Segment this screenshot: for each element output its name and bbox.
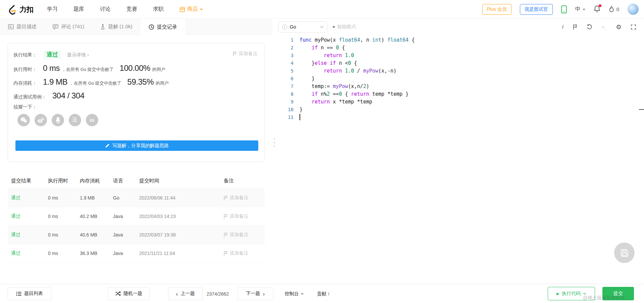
random-question-button[interactable]: 随机一题 xyxy=(108,287,150,300)
brag-row: 炫耀一下： xyxy=(13,104,259,110)
chevron-down-icon xyxy=(320,26,324,28)
editor-info-icon[interactable]: i xyxy=(562,24,564,30)
col-header-time: 提交时间 xyxy=(139,178,224,184)
nav-item-contest[interactable]: 竞赛 xyxy=(126,6,137,13)
submissions-table: 提交结果 执行用时 内存消耗 语言 提交时间 备注 通过 0 ms 1.9 MB… xyxy=(8,173,265,263)
tab-solutions[interactable]: 题解 (1.0k) xyxy=(92,19,141,35)
nav-item-store[interactable]: 商店 xyxy=(179,6,203,13)
plus-member-button[interactable]: Plus 会员 xyxy=(482,4,512,15)
nav-item-learn[interactable]: 学习 xyxy=(47,6,58,13)
add-note-action[interactable]: 添加备注 xyxy=(233,51,258,57)
row-status-link[interactable]: 通过 xyxy=(11,195,48,201)
row-runtime: 0 ms xyxy=(48,214,80,219)
tab-submissions[interactable]: 提交记录 xyxy=(141,19,185,35)
row-status-link[interactable]: 通过 xyxy=(11,213,48,219)
interviewer-button[interactable]: 我是面试官 xyxy=(520,4,553,15)
col-header-language: 语言 xyxy=(113,178,139,184)
wechat-icon[interactable] xyxy=(17,114,30,126)
language-switcher[interactable]: 中 xyxy=(575,6,585,13)
submit-button[interactable]: 提交 xyxy=(602,287,634,300)
tab-comments[interactable]: 评论 (741) xyxy=(45,19,92,35)
code-line[interactable]: 2 if n == 0 { xyxy=(276,44,644,51)
fullscreen-icon[interactable] xyxy=(631,25,636,30)
row-time: 2021/11/21 11:04 xyxy=(139,251,224,256)
code-line[interactable]: 8 if n%2 ==0 { return temp *temp } xyxy=(276,90,644,98)
smart-mode-indicator[interactable]: 智能模式 xyxy=(333,24,356,30)
reset-code-icon[interactable] xyxy=(587,24,592,30)
language-select[interactable]: i Go xyxy=(278,21,327,33)
line-number: 8 xyxy=(276,91,293,97)
brand-name: 力扣 xyxy=(19,5,34,14)
nav-item-jobs[interactable]: 求职 xyxy=(153,6,164,13)
linkedin-icon[interactable]: in xyxy=(86,114,98,126)
code-line[interactable]: 7 temp:= myPow(x,n/2) xyxy=(276,82,644,90)
douban-icon[interactable]: 豆 xyxy=(69,114,81,126)
line-number: 9 xyxy=(276,99,293,104)
code-line[interactable]: 4 }else if n <0 { xyxy=(276,59,644,67)
scrollbar-cursor-mark[interactable] xyxy=(639,109,644,110)
brag-label: 炫耀一下： xyxy=(13,104,37,110)
run-code-button[interactable]: ▶ 执行代码 xyxy=(548,287,595,300)
code-line[interactable]: 9 return x *temp *temp xyxy=(276,98,644,105)
code-line[interactable]: 5 return 1.0 / myPow(x,-n) xyxy=(276,67,644,75)
runtime-label: 执行用时： xyxy=(13,67,37,73)
code-line[interactable]: 6 } xyxy=(276,75,644,82)
submission-row[interactable]: 通过 0 ms 40.6 MB Java 2022/03/07 19:38 添加… xyxy=(8,226,265,244)
weibo-icon[interactable] xyxy=(35,114,47,126)
code-editor-panel: i Go 智能模式 i >_ ⚙ 1func myPow(x float xyxy=(276,19,644,284)
row-status-link[interactable]: 通过 xyxy=(11,232,48,238)
next-question-button[interactable]: 下一题 › xyxy=(237,287,273,300)
console-toggle[interactable]: 控制台 xyxy=(285,284,304,303)
mobile-app-icon[interactable] xyxy=(561,5,567,13)
settings-gear-icon[interactable]: ⚙ xyxy=(616,23,622,31)
notifications-bell[interactable] xyxy=(594,5,600,14)
table-header: 提交结果 执行用时 内存消耗 语言 提交时间 备注 xyxy=(8,173,265,189)
row-add-note[interactable]: 添加备注 xyxy=(224,250,265,256)
code-line[interactable]: 10} xyxy=(276,105,644,113)
submission-row[interactable]: 通过 0 ms 40.2 MB Java 2022/04/03 14:23 添加… xyxy=(8,207,265,226)
code-line[interactable]: 3 return 1.0 xyxy=(276,51,644,59)
row-language: Go xyxy=(113,195,139,201)
write-solution-button[interactable]: 写题解，分享我的解题思路 xyxy=(15,140,258,151)
row-add-note[interactable]: 添加备注 xyxy=(224,213,265,219)
row-add-note[interactable]: 添加备注 xyxy=(224,232,265,238)
line-number: 10 xyxy=(276,107,293,112)
memory-beat-value: 59.35% xyxy=(127,77,154,87)
runtime-beat-suffix: 的用户 xyxy=(152,67,165,73)
leetcode-logo[interactable]: 力扣 xyxy=(7,4,34,15)
memory-value: 1.9 MB xyxy=(43,77,67,87)
runtime-beat-prefix: ，在所有 Go 提交中击败了 xyxy=(62,67,114,73)
contribute-link[interactable]: 贡献 i xyxy=(317,284,329,303)
code-line[interactable]: 11 xyxy=(276,113,644,121)
streak-counter[interactable]: 0 xyxy=(609,6,619,13)
code-line[interactable]: 1func myPow(x float64, n int) float64 { xyxy=(276,36,644,44)
flag-icon xyxy=(224,232,228,237)
save-floating-button[interactable] xyxy=(614,243,635,263)
user-avatar[interactable] xyxy=(628,4,639,15)
code-area[interactable]: 1func myPow(x float64, n int) float64 {2… xyxy=(276,35,644,121)
row-add-note[interactable]: 添加备注 xyxy=(224,195,265,201)
qq-icon[interactable] xyxy=(52,114,64,126)
terminal-icon[interactable]: >_ xyxy=(602,25,606,30)
line-number: 4 xyxy=(276,60,293,66)
flag-icon xyxy=(224,196,228,201)
panel-resize-handle[interactable] xyxy=(272,19,276,284)
editor-flag-icon[interactable] xyxy=(573,24,577,30)
result-status[interactable]: 通过 xyxy=(44,50,61,59)
nav-item-problems[interactable]: 题库 xyxy=(73,6,84,13)
line-number: 2 xyxy=(276,45,293,50)
row-status-link[interactable]: 通过 xyxy=(11,250,48,256)
prev-question-button[interactable]: ‹ 上一题 xyxy=(168,287,203,300)
submission-row[interactable]: 通过 0 ms 1.9 MB Go 2022/06/06 11:44 添加备注 xyxy=(8,189,265,207)
nav-item-discuss[interactable]: 讨论 xyxy=(100,6,111,13)
problem-list-button[interactable]: 题目列表 xyxy=(8,287,51,300)
save-disk-icon xyxy=(620,249,629,257)
row-memory: 1.9 MB xyxy=(80,195,113,201)
lang-dropdown-arrow-icon xyxy=(583,9,585,10)
selected-language: Go xyxy=(290,24,296,30)
tab-description[interactable]: 题目描述 xyxy=(0,19,45,35)
submission-row[interactable]: 通过 0 ms 36.3 MB Java 2021/11/21 11:04 添加… xyxy=(8,244,265,263)
row-memory: 36.3 MB xyxy=(80,251,113,256)
row-memory: 40.2 MB xyxy=(80,214,113,219)
show-details-link[interactable]: 显示详情 › xyxy=(67,52,89,58)
